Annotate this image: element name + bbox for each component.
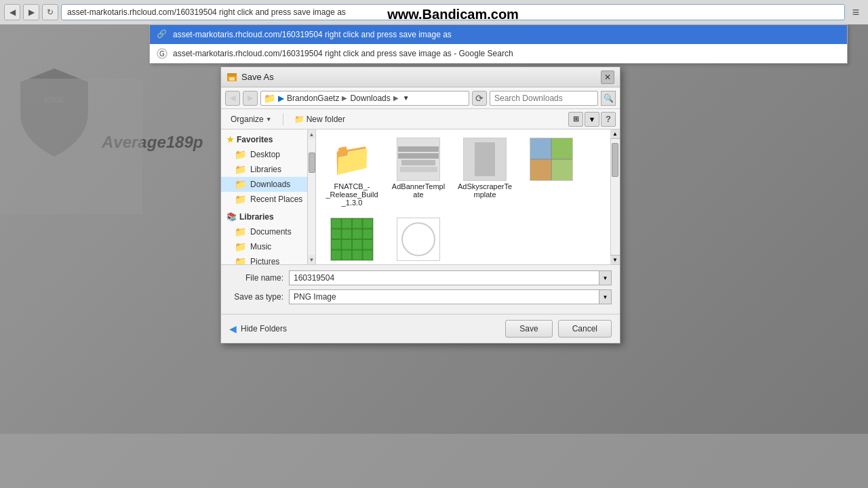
dialog-files: 📁 FNATCB_-_Release_Build_1.3.0 (316, 129, 620, 264)
green-tiles-icon-wrapper (330, 218, 374, 261)
fnatcb-folder-icon: 📁 (332, 140, 372, 178)
adskyscraper-thumb (463, 138, 507, 181)
music-folder-icon: 📁 (235, 241, 246, 252)
documents-folder-icon: 📁 (235, 226, 246, 237)
libraries-section-header: 📚 Libraries (221, 209, 315, 224)
desktop-folder-icon: 📁 (235, 149, 246, 160)
dialog-overlay: Save As ✕ ◀ ▶ 📁 ▶ BrandonGaetz ▶ Downloa… (0, 0, 868, 488)
sidebar-libraries-label: Libraries (250, 165, 281, 174)
sidebar-item-downloads[interactable]: 📁 Downloads (221, 177, 315, 192)
dialog-title: Save As (241, 72, 601, 82)
suggestion-search[interactable]: G asset-markotaris.rhcloud.com/160319504… (150, 44, 847, 63)
svg-rect-22 (342, 240, 351, 249)
view-dropdown-button[interactable]: ▼ (585, 112, 599, 127)
file-item-adbanner[interactable]: AdBannerTemplate (388, 135, 449, 209)
new-folder-icon: 📁 (294, 115, 304, 124)
svg-rect-26 (342, 250, 351, 260)
breadcrumb-dropdown-btn[interactable]: ▼ (401, 94, 411, 102)
sidebar-item-documents[interactable]: 📁 Documents (221, 224, 315, 239)
file-item-white-circle[interactable] (388, 215, 449, 264)
save-button[interactable]: Save (505, 320, 552, 338)
toolbar-separator (283, 113, 283, 125)
svg-rect-13 (332, 219, 341, 228)
sidebar-desktop-label: Desktop (250, 150, 280, 159)
adskyscraper-thumb-text (473, 140, 496, 179)
svg-rect-15 (353, 219, 362, 228)
breadcrumb-folder-icon: 📁 (264, 93, 275, 104)
file-item-adskyscraper[interactable]: AdSkyscraperTemplate (454, 135, 515, 209)
svg-rect-24 (363, 240, 372, 249)
view-mode-button[interactable]: ⊞ (568, 112, 583, 127)
dialog-refresh-button[interactable]: ⟳ (472, 91, 487, 106)
savetype-label: Save as type: (229, 292, 283, 302)
files-scroll-up[interactable]: ▲ (610, 129, 620, 139)
files-scrollbar[interactable]: ▲ ▼ (610, 129, 620, 264)
svg-rect-18 (342, 229, 351, 239)
svg-rect-25 (332, 250, 341, 260)
new-folder-button[interactable]: 📁 New folder (289, 113, 351, 125)
breadcrumb-brandonGaetz[interactable]: BrandonGaetz (287, 94, 339, 103)
help-button[interactable]: ? (601, 112, 616, 127)
file-item-map[interactable] (521, 135, 582, 209)
svg-rect-9 (551, 159, 572, 180)
adbanner-filename: AdBannerTemplate (391, 182, 446, 199)
files-scroll-down[interactable]: ▼ (610, 255, 620, 264)
filename-label: File name: (229, 273, 283, 283)
organize-dropdown-icon: ▼ (266, 116, 272, 123)
savetype-dropdown-button[interactable]: ▼ (599, 289, 612, 304)
dialog-close-button[interactable]: ✕ (601, 70, 614, 84)
savetype-input[interactable] (289, 289, 599, 304)
sidebar-pictures-label: Pictures (250, 257, 279, 264)
sidebar-item-recent-places[interactable]: 📁 Recent Places (221, 192, 315, 207)
white-circle-icon-wrapper (397, 218, 440, 261)
sidebar-item-pictures[interactable]: 📁 Pictures (221, 254, 315, 264)
save-dialog-icon (226, 72, 237, 83)
libraries-section-label: Libraries (239, 212, 274, 222)
adbanner-icon-wrapper (397, 138, 440, 181)
filename-dropdown-button[interactable]: ▼ (599, 270, 612, 285)
svg-rect-7 (551, 138, 572, 159)
breadcrumb-downloads[interactable]: Downloads (350, 94, 390, 103)
svg-rect-19 (353, 229, 362, 239)
organize-button[interactable]: Organize ▼ (225, 113, 277, 125)
adskyscraper-filename: AdSkyscraperTemplate (457, 182, 513, 199)
organize-label: Organize (231, 115, 264, 124)
sidebar-item-libraries[interactable]: 📁 Libraries (221, 162, 315, 177)
pictures-folder-icon: 📁 (235, 256, 246, 264)
sidebar-scroll-thumb[interactable] (309, 152, 315, 173)
map-icon-wrapper (530, 138, 573, 181)
svg-rect-16 (363, 219, 372, 228)
cancel-button[interactable]: Cancel (558, 320, 612, 338)
file-item-fnatcb[interactable]: 📁 FNATCB_-_Release_Build_1.3.0 (321, 135, 382, 209)
libraries-section-icon: 📚 (226, 212, 237, 222)
google-icon: G (157, 48, 167, 59)
svg-rect-6 (530, 138, 551, 159)
sidebar-item-music[interactable]: 📁 Music (221, 239, 315, 254)
suggestion-url[interactable]: 🔗 asset-markotaris.rhcloud.com/160319504… (150, 25, 847, 44)
svg-rect-28 (363, 250, 372, 260)
sidebar-item-desktop[interactable]: 📁 Desktop (221, 147, 315, 162)
dialog-fields: File name: ▼ Save as type: ▼ (221, 265, 620, 314)
sidebar-scroll-down[interactable]: ▼ (308, 255, 316, 264)
breadcrumb-item-home[interactable]: ▶ (278, 94, 284, 103)
breadcrumb-arrow-2: ▶ (393, 94, 399, 102)
filename-input[interactable] (289, 270, 599, 285)
files-scroll-thumb[interactable] (612, 143, 618, 177)
green-tiles-thumb (330, 218, 374, 261)
svg-rect-27 (353, 250, 362, 260)
dialog-back-button[interactable]: ◀ (225, 91, 240, 106)
savetype-input-container: ▼ (289, 289, 612, 304)
filename-row: File name: ▼ (229, 270, 612, 285)
sidebar-music-label: Music (250, 242, 271, 251)
sidebar-scrollbar[interactable]: ▲ ▼ (307, 129, 315, 264)
search-button[interactable]: 🔍 (601, 91, 616, 106)
fnatcb-filename: FNATCB_-_Release_Build_1.3.0 (324, 182, 380, 207)
dialog-forward-button[interactable]: ▶ (243, 91, 258, 106)
adbanner-thumb (397, 138, 440, 181)
new-folder-label: New folder (307, 115, 345, 124)
breadcrumb-bar: 📁 ▶ BrandonGaetz ▶ Downloads ▶ ▼ (260, 91, 469, 106)
file-item-green-tiles[interactable] (321, 215, 382, 264)
sidebar-scroll-up[interactable]: ▲ (308, 129, 316, 139)
hide-folders-button[interactable]: ◀ Hide Folders (229, 323, 287, 334)
dialog-search-input[interactable] (490, 91, 598, 106)
